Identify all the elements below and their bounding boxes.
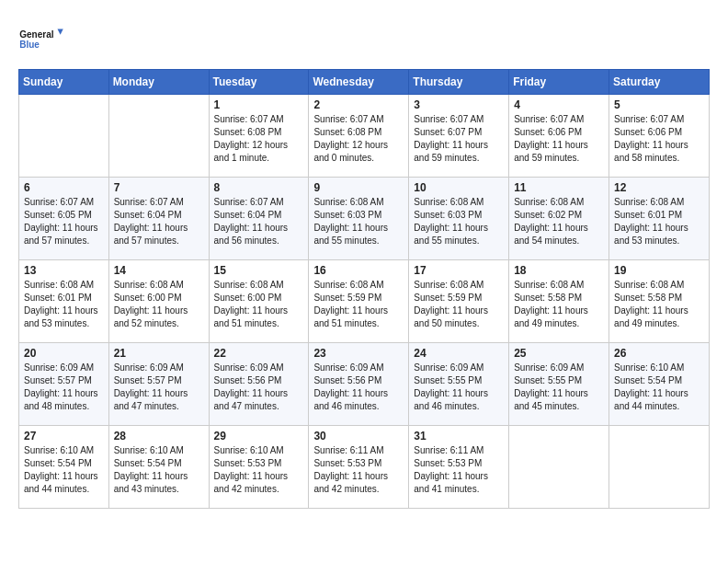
calendar-cell: 31Sunrise: 6:11 AM Sunset: 5:53 PM Dayli… (409, 426, 509, 509)
day-content: Sunrise: 6:07 AM Sunset: 6:07 PM Dayligh… (414, 113, 504, 165)
svg-text:General: General (19, 29, 53, 40)
day-number: 22 (214, 347, 304, 360)
calendar-cell: 3Sunrise: 6:07 AM Sunset: 6:07 PM Daylig… (409, 95, 509, 178)
day-number: 15 (214, 264, 304, 277)
week-row-2: 6Sunrise: 6:07 AM Sunset: 6:05 PM Daylig… (19, 178, 710, 260)
day-content: Sunrise: 6:10 AM Sunset: 5:54 PM Dayligh… (114, 444, 204, 496)
calendar-cell (609, 426, 710, 509)
day-number: 5 (614, 98, 704, 111)
day-number: 4 (514, 98, 604, 111)
day-content: Sunrise: 6:11 AM Sunset: 5:53 PM Dayligh… (414, 444, 504, 496)
calendar-cell: 21Sunrise: 6:09 AM Sunset: 5:57 PM Dayli… (108, 343, 209, 426)
calendar-table: SundayMondayTuesdayWednesdayThursdayFrid… (18, 69, 710, 509)
day-content: Sunrise: 6:10 AM Sunset: 5:53 PM Dayligh… (214, 444, 304, 496)
calendar-cell: 28Sunrise: 6:10 AM Sunset: 5:54 PM Dayli… (108, 426, 209, 509)
day-number: 20 (24, 347, 104, 360)
day-number: 7 (114, 181, 204, 194)
col-header-thursday: Thursday (409, 70, 509, 95)
day-content: Sunrise: 6:08 AM Sunset: 6:03 PM Dayligh… (313, 196, 404, 247)
week-row-1: 1Sunrise: 6:07 AM Sunset: 6:08 PM Daylig… (19, 95, 710, 178)
day-content: Sunrise: 6:09 AM Sunset: 5:57 PM Dayligh… (24, 362, 104, 413)
day-content: Sunrise: 6:08 AM Sunset: 5:59 PM Dayligh… (414, 279, 504, 330)
calendar-cell: 25Sunrise: 6:09 AM Sunset: 5:55 PM Dayli… (509, 343, 609, 426)
day-content: Sunrise: 6:09 AM Sunset: 5:55 PM Dayligh… (414, 362, 504, 413)
day-content: Sunrise: 6:07 AM Sunset: 6:08 PM Dayligh… (313, 113, 404, 165)
calendar-cell: 12Sunrise: 6:08 AM Sunset: 6:01 PM Dayli… (609, 178, 710, 260)
calendar-cell: 17Sunrise: 6:08 AM Sunset: 5:59 PM Dayli… (409, 260, 509, 343)
calendar-cell (19, 95, 109, 178)
calendar-cell: 20Sunrise: 6:09 AM Sunset: 5:57 PM Dayli… (19, 343, 109, 426)
calendar-cell: 5Sunrise: 6:07 AM Sunset: 6:06 PM Daylig… (609, 95, 710, 178)
calendar-cell (509, 426, 609, 509)
day-number: 9 (313, 181, 404, 194)
col-header-monday: Monday (108, 70, 209, 95)
calendar-cell: 29Sunrise: 6:10 AM Sunset: 5:53 PM Dayli… (209, 426, 309, 509)
day-number: 21 (114, 347, 204, 360)
calendar-cell: 6Sunrise: 6:07 AM Sunset: 6:05 PM Daylig… (19, 178, 109, 260)
col-header-saturday: Saturday (609, 70, 710, 95)
day-number: 27 (24, 430, 104, 442)
day-content: Sunrise: 6:08 AM Sunset: 5:59 PM Dayligh… (313, 279, 404, 330)
day-number: 30 (313, 430, 404, 442)
day-number: 23 (313, 347, 404, 360)
day-content: Sunrise: 6:08 AM Sunset: 6:03 PM Dayligh… (414, 196, 504, 247)
calendar-cell: 11Sunrise: 6:08 AM Sunset: 6:02 PM Dayli… (509, 178, 609, 260)
week-row-5: 27Sunrise: 6:10 AM Sunset: 5:54 PM Dayli… (19, 426, 710, 509)
calendar-cell: 27Sunrise: 6:10 AM Sunset: 5:54 PM Dayli… (19, 426, 109, 509)
day-number: 8 (214, 181, 304, 194)
day-content: Sunrise: 6:07 AM Sunset: 6:06 PM Dayligh… (614, 113, 704, 165)
svg-marker-2 (58, 29, 63, 35)
calendar-cell: 10Sunrise: 6:08 AM Sunset: 6:03 PM Dayli… (409, 178, 509, 260)
day-number: 13 (24, 264, 104, 277)
day-content: Sunrise: 6:07 AM Sunset: 6:08 PM Dayligh… (214, 113, 304, 165)
page-header: General Blue (18, 18, 710, 60)
col-header-friday: Friday (509, 70, 609, 95)
calendar-cell (108, 95, 209, 178)
week-row-3: 13Sunrise: 6:08 AM Sunset: 6:01 PM Dayli… (19, 260, 710, 343)
day-content: Sunrise: 6:09 AM Sunset: 5:55 PM Dayligh… (514, 362, 604, 413)
day-content: Sunrise: 6:07 AM Sunset: 6:06 PM Dayligh… (514, 113, 604, 165)
day-content: Sunrise: 6:08 AM Sunset: 6:00 PM Dayligh… (214, 279, 304, 330)
calendar-cell: 18Sunrise: 6:08 AM Sunset: 5:58 PM Dayli… (509, 260, 609, 343)
logo-svg: General Blue (18, 18, 64, 60)
day-content: Sunrise: 6:09 AM Sunset: 5:57 PM Dayligh… (114, 362, 204, 413)
calendar-cell: 7Sunrise: 6:07 AM Sunset: 6:04 PM Daylig… (108, 178, 209, 260)
calendar-header-row: SundayMondayTuesdayWednesdayThursdayFrid… (19, 70, 710, 95)
col-header-sunday: Sunday (19, 70, 109, 95)
day-number: 1 (214, 98, 304, 111)
calendar-cell: 13Sunrise: 6:08 AM Sunset: 6:01 PM Dayli… (19, 260, 109, 343)
calendar-cell: 14Sunrise: 6:08 AM Sunset: 6:00 PM Dayli… (108, 260, 209, 343)
logo: General Blue (18, 18, 64, 60)
day-number: 11 (514, 181, 604, 194)
calendar-cell: 2Sunrise: 6:07 AM Sunset: 6:08 PM Daylig… (309, 95, 409, 178)
day-number: 31 (414, 430, 504, 442)
day-content: Sunrise: 6:08 AM Sunset: 6:02 PM Dayligh… (514, 196, 604, 247)
calendar-cell: 1Sunrise: 6:07 AM Sunset: 6:08 PM Daylig… (209, 95, 309, 178)
day-number: 29 (214, 430, 304, 442)
col-header-wednesday: Wednesday (309, 70, 409, 95)
day-content: Sunrise: 6:07 AM Sunset: 6:05 PM Dayligh… (24, 196, 104, 247)
calendar-cell: 9Sunrise: 6:08 AM Sunset: 6:03 PM Daylig… (309, 178, 409, 260)
day-number: 6 (24, 181, 104, 194)
calendar-cell: 16Sunrise: 6:08 AM Sunset: 5:59 PM Dayli… (309, 260, 409, 343)
day-content: Sunrise: 6:08 AM Sunset: 5:58 PM Dayligh… (614, 279, 704, 330)
day-content: Sunrise: 6:08 AM Sunset: 6:01 PM Dayligh… (24, 279, 104, 330)
day-content: Sunrise: 6:07 AM Sunset: 6:04 PM Dayligh… (214, 196, 304, 247)
calendar-cell: 19Sunrise: 6:08 AM Sunset: 5:58 PM Dayli… (609, 260, 710, 343)
week-row-4: 20Sunrise: 6:09 AM Sunset: 5:57 PM Dayli… (19, 343, 710, 426)
day-content: Sunrise: 6:09 AM Sunset: 5:56 PM Dayligh… (313, 362, 404, 413)
day-content: Sunrise: 6:08 AM Sunset: 5:58 PM Dayligh… (514, 279, 604, 330)
day-number: 14 (114, 264, 204, 277)
day-number: 25 (514, 347, 604, 360)
col-header-tuesday: Tuesday (209, 70, 309, 95)
day-content: Sunrise: 6:11 AM Sunset: 5:53 PM Dayligh… (313, 444, 404, 496)
day-number: 24 (414, 347, 504, 360)
day-number: 26 (614, 347, 704, 360)
calendar-cell: 26Sunrise: 6:10 AM Sunset: 5:54 PM Dayli… (609, 343, 710, 426)
day-number: 19 (614, 264, 704, 277)
day-content: Sunrise: 6:10 AM Sunset: 5:54 PM Dayligh… (24, 444, 104, 496)
day-number: 10 (414, 181, 504, 194)
calendar-cell: 15Sunrise: 6:08 AM Sunset: 6:00 PM Dayli… (209, 260, 309, 343)
calendar-cell: 22Sunrise: 6:09 AM Sunset: 5:56 PM Dayli… (209, 343, 309, 426)
day-number: 16 (313, 264, 404, 277)
